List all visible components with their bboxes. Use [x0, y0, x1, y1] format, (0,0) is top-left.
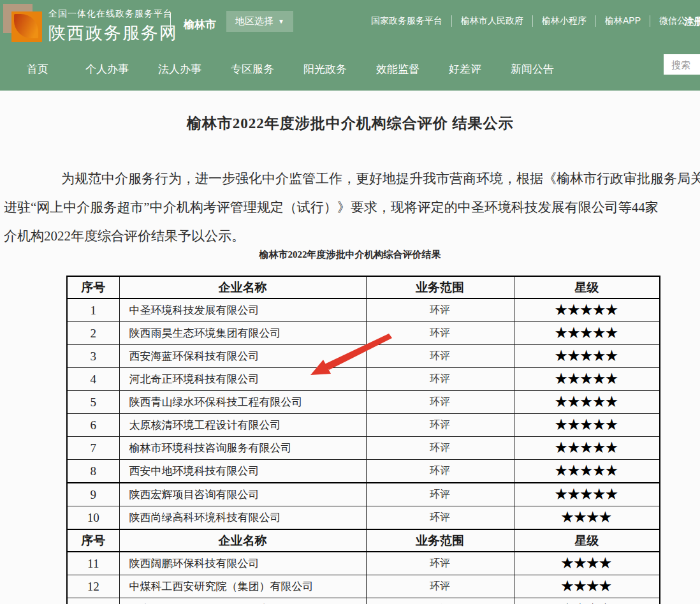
table-cell: ★★★★★ — [514, 345, 660, 368]
table-cell: 6 — [67, 414, 119, 437]
table-header-cell: 业务范围 — [366, 529, 514, 552]
table-cell: ★★★★ — [514, 552, 660, 575]
table-row: 6太原核清环境工程设计有限公司环评★★★★★ — [67, 414, 660, 437]
top-link[interactable]: 榆林市人民政府 — [451, 15, 532, 27]
table-cell: 2 — [67, 322, 119, 345]
brand-divider — [170, 13, 171, 34]
table-header-row: 序号企业名称业务范围星级 — [67, 276, 660, 298]
region-select-label: 地区选择 — [235, 15, 273, 27]
table-cell: 3 — [67, 345, 119, 368]
brand-block: 全国一体化在线政务服务平台 陕西政务服务网 — [48, 8, 178, 45]
table-cell: 环评 — [366, 322, 514, 345]
table-row: 8西安中地环境科技有限公司环评★★★★★ — [67, 460, 660, 483]
table-cell: 5 — [67, 391, 119, 414]
table-caption: 榆林市2022年度涉批中介机构综合评价结果 — [0, 249, 700, 261]
table-cell: 环评 — [366, 575, 514, 598]
table-cell: 陕西青山绿水环保科技工程有限公司 — [119, 391, 366, 414]
top-links: 国家政务服务平台榆林市人民政府榆林小程序榆林APP微信公众号 — [362, 0, 700, 42]
results-table-body: 序号企业名称业务范围星级1中圣环境科技发展有限公司环评★★★★★2陕西雨昊生态环… — [67, 276, 660, 604]
announcement-document: 榆林市2022年度涉批中介机构综合评价 结果公示 为规范中介服务行为，进一步强化… — [0, 91, 700, 604]
table-header-cell: 企业名称 — [119, 529, 366, 552]
table-row: 2陕西雨昊生态环境集团有限公司环评★★★★★ — [67, 322, 660, 345]
table-cell: ★★★★★ — [514, 437, 660, 460]
nav-item[interactable]: 专区服务 — [231, 62, 274, 77]
search-input[interactable] — [664, 54, 700, 75]
table-cell: 陕西尚绿高科环境科技有限公司 — [119, 506, 366, 530]
table-cell: ★★★★★ — [514, 391, 660, 414]
table-cell: 11 — [67, 552, 119, 575]
table-row: 5陕西青山绿水环保科技工程有限公司环评★★★★★ — [67, 391, 660, 414]
table-cell: ★★★★ — [514, 598, 660, 604]
table-cell: 中煤科工西安研究院（集团）有限公司 — [119, 575, 366, 598]
table-cell: 环评 — [366, 414, 514, 437]
nav-item[interactable]: 法人办事 — [158, 62, 201, 77]
table-cell: ★★★★★ — [514, 322, 660, 345]
paragraph-line: 为规范中介服务行为，进一步强化中介监管工作，更好地提升我市营商环境，根据《榆林市… — [4, 165, 700, 193]
table-cell: 13 — [67, 598, 119, 604]
register-link[interactable]: 注册 — [684, 16, 700, 28]
table-row: 1中圣环境科技发展有限公司环评★★★★★ — [67, 298, 660, 322]
table-cell: 环评 — [366, 483, 514, 506]
top-link[interactable]: 榆林小程序 — [532, 15, 595, 27]
table-cell: ★★★★ — [514, 506, 660, 530]
table-row: 13渭南华山环保科技发展有限责任公司环评★★★★ — [67, 598, 660, 604]
table-cell: 陕西雨昊生态环境集团有限公司 — [119, 322, 366, 345]
nav-item[interactable]: 首页 — [27, 62, 48, 77]
table-row: 4河北奇正环境科技有限公司环评★★★★★ — [67, 368, 660, 391]
table-header-cell: 序号 — [67, 276, 119, 298]
table-row: 11陕西阔鹏环保科技有限公司环评★★★★ — [67, 552, 660, 575]
table-row: 7榆林市环境科技咨询服务有限公司环评★★★★★ — [67, 437, 660, 460]
table-cell: 9 — [67, 483, 119, 506]
nav-menu: 首页个人办事法人办事专区服务阳光政务效能监督好差评新闻公告 — [0, 48, 583, 91]
table-cell: 1 — [67, 298, 119, 322]
table-cell: 4 — [67, 368, 119, 391]
table-row: 9陕西宏辉项目咨询有限公司环评★★★★★ — [67, 483, 660, 506]
main-nav-bar: 首页个人办事法人办事专区服务阳光政务效能监督好差评新闻公告 — [0, 48, 700, 91]
top-link[interactable]: 榆林APP — [595, 15, 650, 27]
table-row: 3西安海蓝环保科技有限公司环评★★★★★ — [67, 345, 660, 368]
table-cell: ★★★★★ — [514, 298, 660, 322]
table-cell: ★★★★★ — [514, 414, 660, 437]
table-cell: 环评 — [366, 506, 514, 530]
top-link[interactable]: 国家政务服务平台 — [362, 15, 451, 27]
table-header-row: 序号企业名称业务范围星级 — [67, 529, 660, 552]
table-header-cell: 序号 — [67, 529, 119, 552]
table-cell: 陕西宏辉项目咨询有限公司 — [119, 483, 366, 506]
table-cell: 环评 — [366, 298, 514, 322]
nav-item[interactable]: 阳光政务 — [303, 62, 347, 77]
nav-item[interactable]: 个人办事 — [85, 62, 129, 77]
site-name: 陕西政务服务网 — [48, 22, 178, 45]
page: { "brand": { "platform": "全国一体化在线政务服务平台"… — [0, 0, 700, 604]
paragraph-line: 介机构2022年度综合评价结果予以公示。 — [4, 222, 700, 251]
table-cell: 环评 — [366, 345, 514, 368]
table-cell: ★★★★★ — [514, 368, 660, 391]
nav-item[interactable]: 效能监督 — [376, 62, 419, 77]
table-cell: 环评 — [366, 552, 514, 575]
table-row: 12中煤科工西安研究院（集团）有限公司环评★★★★ — [67, 575, 660, 598]
table-cell: 渭南华山环保科技发展有限责任公司 — [119, 598, 366, 604]
table-header-cell: 业务范围 — [366, 276, 514, 298]
paragraph-line: 进驻“网上中介服务超市”中介机构考评管理规定（试行）》要求，现将评定的中圣环境科… — [4, 193, 700, 222]
table-header-cell: 企业名称 — [119, 276, 366, 298]
page-title: 榆林市2022年度涉批中介机构综合评价 结果公示 — [0, 114, 700, 133]
nav-item[interactable]: 好差评 — [449, 62, 481, 77]
region-select-button[interactable]: 地区选择 ▼ — [226, 11, 293, 32]
table-cell: 河北奇正环境科技有限公司 — [119, 368, 366, 391]
table-cell: 陕西阔鹏环保科技有限公司 — [119, 552, 366, 575]
table-cell: 中圣环境科技发展有限公司 — [119, 298, 366, 322]
nav-item[interactable]: 新闻公告 — [511, 62, 554, 77]
table-cell: 环评 — [366, 391, 514, 414]
table-cell: 10 — [67, 506, 119, 530]
table-cell: 环评 — [366, 368, 514, 391]
top-header-bar: 全国一体化在线政务服务平台 陕西政务服务网 榆林市 地区选择 ▼ 国家政务服务平… — [0, 0, 700, 48]
table-row: 10陕西尚绿高科环境科技有限公司环评★★★★ — [67, 506, 660, 530]
table-header-cell: 星级 — [514, 276, 660, 298]
table-cell: 环评 — [366, 460, 514, 483]
caret-down-icon: ▼ — [278, 18, 284, 25]
table-cell: 榆林市环境科技咨询服务有限公司 — [119, 437, 366, 460]
table-cell: 7 — [67, 437, 119, 460]
table-cell: 环评 — [366, 437, 514, 460]
table-cell: 环评 — [366, 598, 514, 604]
site-logo — [3, 4, 43, 43]
table-header-cell: 星级 — [514, 529, 660, 552]
